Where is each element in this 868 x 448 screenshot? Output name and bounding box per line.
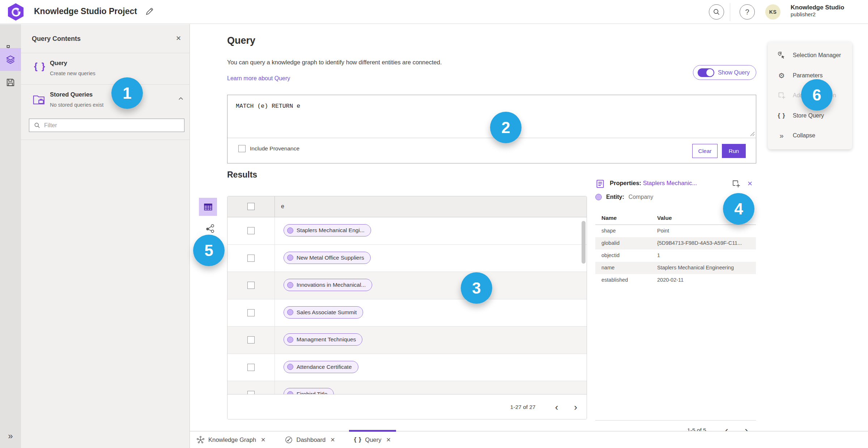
panel-close-icon[interactable]: ✕ bbox=[176, 34, 181, 42]
table-view-button-active[interactable] bbox=[199, 198, 217, 216]
stored-queries-folder-icon bbox=[33, 93, 46, 106]
user-name: publisher2 bbox=[791, 11, 844, 18]
table-row[interactable]: Attendance Certificate bbox=[227, 354, 587, 381]
entity-pill[interactable]: Firebird Title bbox=[284, 388, 334, 394]
clear-button[interactable]: Clear bbox=[692, 144, 718, 158]
save-icon bbox=[6, 78, 15, 87]
entity-pill[interactable]: Sales Associate Summit bbox=[284, 306, 363, 319]
properties-entity-link[interactable]: Staplers Mechanic... bbox=[643, 180, 697, 186]
entity-pill[interactable]: Innovations in Mechanical... bbox=[284, 279, 372, 291]
prev-page-icon[interactable]: ‹ bbox=[554, 402, 560, 412]
annotation-callout-1: 1 bbox=[111, 77, 143, 109]
next-page-icon[interactable]: › bbox=[573, 402, 579, 412]
tab-knowledge-graph[interactable]: Knowledge Graph ✕ bbox=[196, 431, 266, 448]
annotation-callout-4: 4 bbox=[723, 193, 754, 225]
filter-input[interactable] bbox=[44, 122, 180, 129]
table-row[interactable]: Firebird Title bbox=[227, 381, 587, 394]
topbar-divider bbox=[730, 3, 730, 21]
row-checkbox[interactable] bbox=[247, 364, 255, 371]
entity-pill-label: New Metal Office Suppliers bbox=[297, 255, 364, 261]
selection-manager-item[interactable]: Selection Manager bbox=[768, 46, 852, 64]
help-icon: ? bbox=[745, 8, 749, 16]
entity-row: Entity: Company bbox=[595, 194, 653, 200]
results-title: Results bbox=[227, 170, 257, 180]
entity-pill-label: Managment Techniques bbox=[297, 336, 356, 343]
entity-dot-icon bbox=[287, 282, 293, 288]
property-name: shape bbox=[601, 228, 616, 234]
table-row[interactable]: Staplers Mechanical Engi... bbox=[227, 217, 587, 245]
column-header-e: e bbox=[281, 203, 284, 210]
help-button[interactable]: ? bbox=[740, 4, 755, 20]
row-checkbox[interactable] bbox=[247, 336, 255, 344]
entity-pill[interactable]: Staplers Mechanical Engi... bbox=[284, 224, 371, 236]
user-block[interactable]: Knowledge Studio publisher2 bbox=[791, 4, 844, 18]
layers-rail-button-active[interactable] bbox=[0, 48, 21, 71]
stored-queries-section[interactable]: Stored Queries No stored queries exist bbox=[21, 85, 190, 116]
gear-icon: ⚙ bbox=[777, 71, 786, 80]
row-checkbox[interactable] bbox=[247, 227, 255, 234]
chevron-up-icon[interactable] bbox=[178, 95, 184, 102]
save-rail-button[interactable] bbox=[0, 71, 21, 94]
top-bar: Knowledge Studio Project ? KS Knowledge … bbox=[0, 0, 868, 24]
toggle-track bbox=[698, 68, 714, 77]
tab-dashboard[interactable]: Dashboard ✕ bbox=[285, 431, 335, 448]
results-table-header: e bbox=[227, 196, 587, 217]
user-avatar[interactable]: KS bbox=[765, 4, 780, 20]
property-row[interactable]: name Staplers Mechanical Engineering bbox=[595, 262, 756, 274]
selection-manager-icon bbox=[777, 51, 786, 60]
learn-more-link[interactable]: Learn more about Query bbox=[227, 75, 290, 82]
results-scrollbar-thumb[interactable] bbox=[582, 221, 586, 264]
resize-grip-icon[interactable] bbox=[750, 131, 755, 136]
table-row[interactable]: Sales Associate Summit bbox=[227, 299, 587, 327]
properties-close-icon[interactable]: ✕ bbox=[747, 180, 753, 188]
menu-item-label: Store Query bbox=[793, 112, 824, 119]
panel-title: Query Contents bbox=[32, 35, 81, 43]
table-row[interactable]: New Metal Office Suppliers bbox=[227, 245, 587, 272]
filter-search-icon bbox=[34, 122, 41, 129]
search-icon bbox=[712, 8, 720, 16]
row-checkbox[interactable] bbox=[247, 309, 255, 316]
entity-pill-label: Attendance Certificate bbox=[297, 364, 352, 370]
braces-icon: { } bbox=[354, 436, 362, 443]
show-query-toggle[interactable]: Show Query bbox=[693, 65, 756, 80]
property-row[interactable]: established 2020-02-11 bbox=[595, 274, 756, 286]
entity-pill[interactable]: Managment Techniques bbox=[284, 333, 362, 346]
link-chart-view-button[interactable] bbox=[205, 223, 216, 234]
annotation-callout-6: 6 bbox=[801, 79, 833, 111]
entity-pill[interactable]: Attendance Certificate bbox=[284, 361, 358, 373]
row-checkbox[interactable] bbox=[247, 282, 255, 289]
close-tab-icon[interactable]: ✕ bbox=[330, 436, 335, 443]
collapse-item[interactable]: » Collapse bbox=[768, 127, 852, 145]
include-provenance-checkbox[interactable] bbox=[238, 145, 246, 152]
close-tab-icon[interactable]: ✕ bbox=[261, 436, 265, 443]
close-tab-icon[interactable]: ✕ bbox=[386, 436, 391, 443]
property-row[interactable]: shape Point bbox=[595, 225, 756, 237]
tab-query-active[interactable]: { } Query ✕ bbox=[354, 431, 391, 448]
table-row[interactable]: Managment Techniques bbox=[227, 327, 587, 354]
include-provenance-label: Include Provenance bbox=[250, 145, 299, 152]
table-row[interactable]: Innovations in Mechanical... bbox=[227, 272, 587, 299]
search-button[interactable] bbox=[709, 4, 724, 20]
property-row[interactable]: objectid 1 bbox=[595, 249, 756, 262]
run-button[interactable]: Run bbox=[722, 144, 746, 158]
tab-label: Query bbox=[365, 436, 382, 443]
stored-queries-sublabel: No stored queries exist bbox=[50, 102, 103, 108]
avatar-initials: KS bbox=[769, 9, 776, 15]
edit-title-icon[interactable] bbox=[145, 7, 154, 16]
query-list-item[interactable]: { } Query Create new queries bbox=[21, 53, 190, 84]
menu-item-label: Selection Manager bbox=[793, 52, 841, 59]
row-checkbox[interactable] bbox=[247, 255, 255, 262]
property-row[interactable]: globalid {5D9B4713-F98D-4A53-A59F-C11... bbox=[595, 237, 756, 249]
select-all-checkbox[interactable] bbox=[247, 203, 255, 210]
entity-pill[interactable]: New Metal Office Suppliers bbox=[284, 252, 371, 264]
property-value: 2020-02-11 bbox=[657, 277, 684, 283]
layers-icon bbox=[5, 55, 16, 65]
add-to-selection-icon[interactable] bbox=[731, 179, 741, 188]
entity-dot-icon bbox=[287, 255, 293, 261]
dashboard-icon bbox=[285, 436, 293, 444]
property-name: established bbox=[601, 277, 628, 283]
row-checkbox[interactable] bbox=[247, 391, 255, 394]
column-header-name: Name bbox=[601, 215, 617, 221]
expand-rail-button[interactable]: » bbox=[0, 425, 21, 447]
annotation-callout-3: 3 bbox=[461, 272, 492, 304]
